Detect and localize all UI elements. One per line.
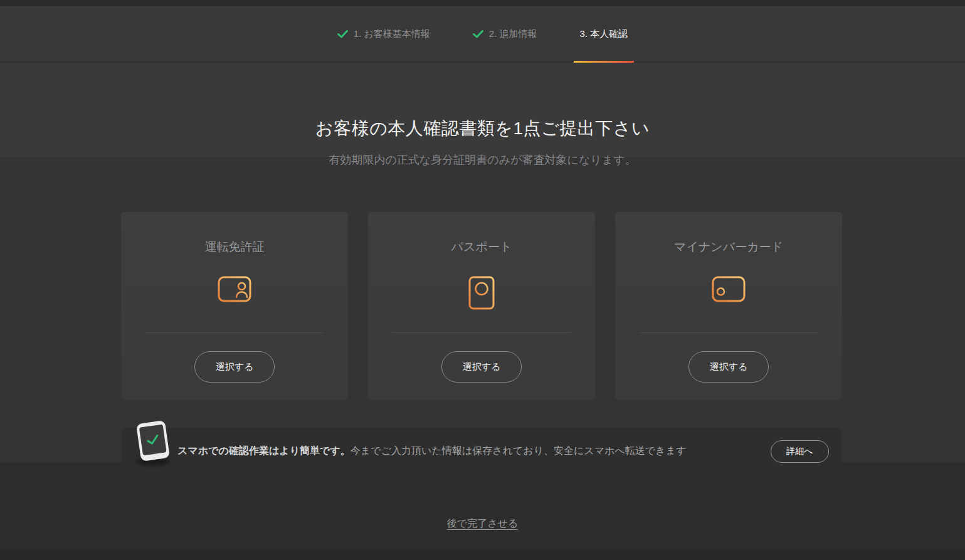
select-drivers-license-button[interactable]: 選択する [194, 351, 275, 383]
card-divider [393, 332, 571, 333]
identity-verification-page: 1. お客様基本情報 2. 追加情報 3. 本人確認 お客様の本人確認書類を1点… [0, 0, 965, 560]
card-title: 運転免許証 [121, 239, 348, 255]
card-passport: パスポート 選択する [368, 212, 595, 400]
phone-screen [139, 425, 167, 456]
card-title: マイナンバーカード [615, 239, 842, 255]
step-label: 3. 本人確認 [580, 28, 628, 40]
banner-message-regular: 今までご入力頂いた情報は保存されており、安全にスマホへ転送できます [351, 445, 687, 456]
card-title: パスポート [368, 239, 595, 255]
card-drivers-license: 運転免許証 選択する [121, 212, 348, 400]
my-number-card-icon [615, 276, 842, 302]
finish-later-link[interactable]: 後で完了させる [447, 518, 519, 529]
bottom-bar [0, 550, 965, 560]
top-bar [0, 0, 965, 6]
progress-stepper: 1. お客様基本情報 2. 追加情報 3. 本人確認 [0, 6, 965, 62]
detail-button[interactable]: 詳細へ [771, 440, 829, 463]
select-my-number-button[interactable]: 選択する [688, 351, 769, 383]
step-customer-basic-info[interactable]: 1. お客様基本情報 [331, 6, 436, 62]
later-link-container: 後で完了させる [0, 517, 965, 531]
step-label: 1. お客様基本情報 [354, 28, 430, 40]
card-my-number: マイナンバーカード 選択する [615, 212, 842, 400]
page-subtitle: 有効期限内の正式な身分証明書のみが審査対象になります。 [0, 152, 965, 167]
step-label: 2. 追加情報 [489, 28, 537, 40]
select-passport-button[interactable]: 選択する [441, 351, 522, 383]
smartphone-banner: スマホでの確認作業はより簡単です。今までご入力頂いた情報は保存されており、安全に… [121, 428, 841, 475]
step-additional-info[interactable]: 2. 追加情報 [467, 6, 544, 62]
smartphone-check-icon [137, 422, 169, 463]
banner-message: スマホでの確認作業はより簡単です。今までご入力頂いた情報は保存されており、安全に… [177, 445, 686, 458]
card-divider [145, 332, 324, 333]
check-icon [145, 434, 161, 446]
check-icon [473, 30, 483, 38]
page-title: お客様の本人確認書類を1点ご提出下さい [0, 117, 965, 140]
footer-section [0, 462, 965, 550]
phone-body [136, 420, 170, 462]
hero-section [0, 63, 965, 157]
drivers-license-icon [121, 276, 348, 302]
passport-icon [368, 276, 595, 310]
check-icon [337, 30, 348, 38]
banner-message-bold: スマホでの確認作業はより簡単です。 [177, 445, 351, 456]
card-divider [640, 332, 818, 333]
step-identity-verification[interactable]: 3. 本人確認 [574, 6, 635, 62]
active-step-underline [574, 61, 635, 63]
